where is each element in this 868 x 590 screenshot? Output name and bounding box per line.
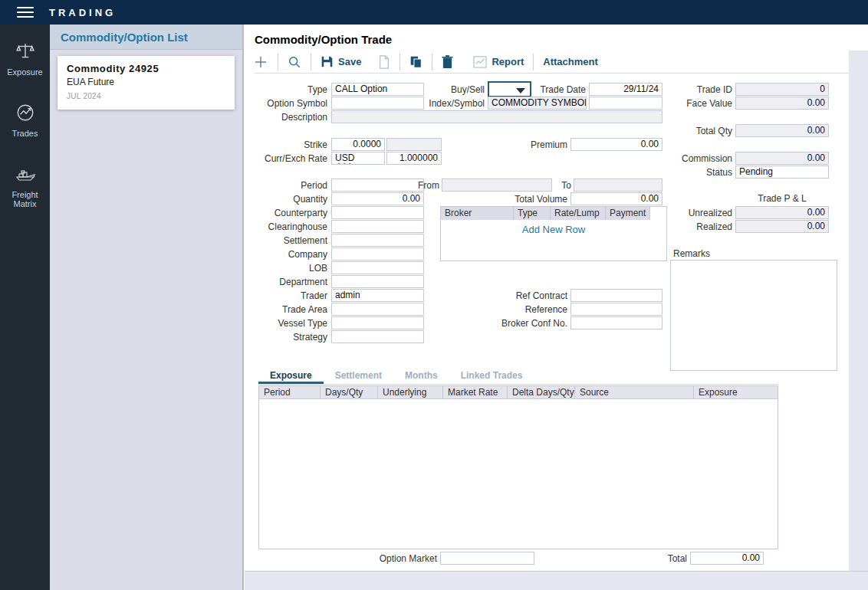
realized-label: Realized — [667, 221, 732, 233]
sidebar: Exposure Trades Freight Matrix — [0, 25, 50, 590]
reference-label: Reference — [498, 303, 567, 316]
option-symbol-input[interactable] — [331, 97, 424, 110]
add-button[interactable] — [253, 54, 268, 70]
attachment-label: Attachment — [543, 56, 598, 67]
strike-input[interactable]: 0.0000 — [331, 138, 385, 151]
vertical-scrollbar-track[interactable] — [849, 51, 868, 590]
premium-label: Premium — [506, 139, 567, 151]
to-field — [574, 179, 663, 192]
sidebar-item-exposure[interactable]: Exposure — [0, 41, 50, 77]
unrealized-field: 0.00 — [735, 206, 829, 219]
save-label: Save — [338, 56, 361, 67]
attachment-button[interactable]: Attachment — [543, 56, 598, 67]
quantity-label: Quantity — [253, 193, 327, 205]
add-new-row-link[interactable]: Add New Row — [441, 224, 666, 235]
ship-icon — [15, 164, 36, 190]
realized-field: 0.00 — [735, 220, 829, 233]
save-button[interactable]: Save — [321, 55, 361, 68]
list-panel-header: Commodity/Option List — [50, 25, 242, 50]
report-button[interactable]: Report — [473, 56, 524, 68]
chevron-down-icon — [516, 88, 525, 93]
commodity-list-item[interactable]: Commodity 24925 EUA Future JUL 2024 — [58, 56, 235, 110]
trade-date-input[interactable]: 29/11/24 — [589, 83, 663, 96]
strategy-input[interactable] — [331, 330, 424, 343]
trade-area-label: Trade Area — [253, 303, 327, 316]
index-symbol-label: Index/Symbol — [418, 97, 485, 110]
face-value-label: Face Value — [667, 97, 732, 110]
tab-exposure[interactable]: Exposure — [258, 369, 324, 384]
trash-icon — [442, 55, 453, 68]
total-input[interactable]: 0.00 — [690, 552, 764, 565]
report-chart-icon — [473, 56, 487, 68]
save-icon — [321, 55, 334, 68]
broker-col-header: Rate/Lump — [551, 207, 606, 220]
toolbar: Save Report Attachment — [253, 51, 598, 73]
exposure-table: Period Days/Qty Underlying Market Rate D… — [258, 385, 778, 549]
tab-settlement[interactable]: Settlement — [324, 369, 393, 384]
remarks-textarea[interactable] — [670, 260, 837, 371]
unrealized-label: Unrealized — [667, 207, 732, 219]
quantity-input[interactable]: 0.00 — [331, 192, 424, 205]
broker-conf-no-input[interactable] — [570, 316, 663, 329]
hamburger-menu-icon[interactable] — [17, 7, 34, 18]
sidebar-item-label: Trades — [12, 129, 38, 138]
broker-col-header: Type — [514, 207, 551, 220]
toolbar-divider — [311, 54, 311, 70]
new-document-button[interactable] — [378, 55, 390, 69]
face-value-field: 0.00 — [735, 97, 829, 110]
delete-button[interactable] — [442, 55, 453, 68]
symbol-code-input[interactable] — [589, 97, 663, 110]
exposure-col-header: Days/Qty — [321, 386, 378, 398]
counterparty-input[interactable] — [331, 206, 424, 219]
trade-id-label: Trade ID — [667, 84, 732, 96]
tab-months[interactable]: Months — [393, 369, 449, 384]
sidebar-item-trades[interactable]: Trades — [0, 103, 50, 138]
period-input[interactable] — [331, 179, 424, 192]
copy-icon — [409, 55, 422, 68]
ref-contract-input[interactable] — [570, 289, 663, 302]
settlement-input[interactable] — [331, 234, 424, 247]
commission-label: Commission — [667, 152, 732, 165]
buy-sell-select[interactable] — [488, 81, 531, 97]
search-button[interactable] — [288, 55, 301, 69]
clearinghouse-input[interactable] — [331, 220, 424, 233]
vessel-type-input[interactable] — [331, 316, 424, 329]
commission-field: 0.00 — [735, 152, 829, 165]
sidebar-item-freight-matrix[interactable]: Freight Matrix — [0, 164, 50, 208]
trader-input[interactable]: admin — [331, 289, 424, 302]
reference-input[interactable] — [570, 303, 663, 316]
total-volume-input[interactable]: 0.00 — [570, 192, 663, 205]
status-input[interactable]: Pending — [735, 166, 829, 179]
trade-id-field: 0 — [735, 83, 829, 96]
lob-input[interactable] — [331, 261, 424, 274]
option-market-input[interactable] — [440, 552, 534, 565]
type-input[interactable]: CALL Option — [331, 83, 424, 96]
department-label: Department — [253, 276, 327, 288]
total-qty-field: 0.00 — [735, 124, 829, 137]
toolbar-divider — [533, 54, 534, 70]
search-icon — [288, 55, 301, 69]
plus-icon — [253, 54, 268, 70]
department-input[interactable] — [331, 275, 424, 288]
exposure-col-header: Period — [259, 386, 321, 398]
exposure-col-header: Source — [575, 386, 694, 398]
total-qty-label: Total Qty — [667, 125, 732, 137]
trade-date-label: Trade Date — [529, 84, 586, 96]
description-field — [331, 110, 663, 123]
toolbar-divider — [278, 54, 278, 70]
strike-label: Strike — [253, 139, 327, 151]
commodity-subtitle: EUA Future — [67, 77, 225, 87]
strike-aux-field — [386, 138, 442, 151]
total-label: Total — [644, 552, 687, 565]
horizontal-scrollbar-track[interactable] — [245, 571, 868, 590]
currency-input[interactable]: USD — [331, 152, 385, 165]
copy-button[interactable] — [409, 55, 422, 68]
premium-input[interactable]: 0.00 — [570, 138, 663, 151]
broker-conf-no-label: Broker Conf No. — [498, 317, 567, 329]
company-input[interactable] — [331, 247, 424, 261]
trade-area-input[interactable] — [331, 303, 424, 316]
exposure-col-header: Exposure — [694, 386, 778, 398]
exch-rate-input[interactable]: 1.000000 — [386, 152, 442, 165]
detail-tabs: Exposure Settlement Months Linked Trades — [258, 369, 778, 385]
tab-linked-trades[interactable]: Linked Trades — [449, 369, 534, 384]
